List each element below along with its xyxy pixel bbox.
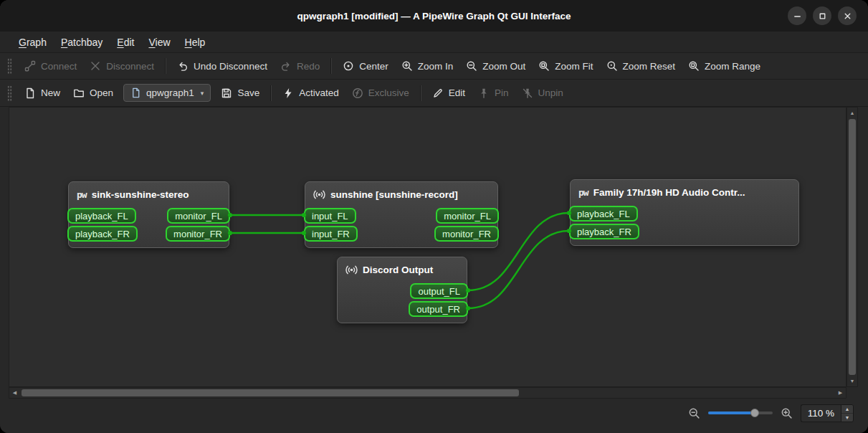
toolbar-separator	[420, 85, 421, 101]
node-title-text: sunshine [sunshine-record]	[330, 189, 458, 200]
pipewire-icon: pw	[578, 187, 588, 198]
zoom-slider[interactable]	[708, 406, 773, 419]
zoom-out-button[interactable]: Zoom Out	[459, 57, 532, 75]
button-label: Redo	[297, 61, 320, 72]
pin-button: Pin	[472, 84, 515, 103]
toolbar-separator	[330, 58, 332, 74]
save-icon	[221, 87, 232, 99]
port-row: output_FL	[338, 283, 467, 299]
maximize-button[interactable]	[813, 6, 831, 25]
zoom-spin-buttons: ▲ ▼	[841, 404, 854, 422]
new-button[interactable]: New	[18, 84, 67, 103]
button-label: Unpin	[538, 87, 563, 98]
zoom-reset-button[interactable]: Zoom Reset	[600, 57, 682, 75]
graph-canvas[interactable]: pwsink-sunshine-stereoplayback_FLmonitor…	[9, 107, 846, 387]
port-input-fl[interactable]: input_FL	[304, 208, 356, 224]
toolbar-drag-handle[interactable]	[7, 58, 12, 74]
menu-patchbay[interactable]: Patchbay	[54, 32, 110, 52]
port-monitor-fl[interactable]: monitor_FL	[167, 208, 230, 224]
port-row: input_FRmonitor_FR	[305, 226, 497, 242]
close-button[interactable]	[838, 6, 857, 25]
menu-view[interactable]: View	[141, 32, 177, 52]
zoom-in-icon[interactable]	[781, 407, 793, 419]
button-label: Connect	[41, 61, 77, 72]
edit-button[interactable]: Edit	[426, 84, 472, 103]
app-window: qpwgraph1 [modified] — A PipeWire Graph …	[0, 0, 868, 433]
node-title: pwsink-sunshine-stereo	[69, 182, 229, 206]
save-button[interactable]: Save	[214, 84, 266, 103]
node-sunshine-sunshine-record[interactable]: sunshine [sunshine-record]input_FLmonito…	[305, 181, 498, 248]
port-row: output_FR	[338, 301, 467, 317]
node-sink-sunshine-stereo[interactable]: pwsink-sunshine-stereoplayback_FLmonitor…	[68, 181, 229, 248]
toolbar-separator	[165, 58, 166, 74]
node-discord-output[interactable]: Discord Outputoutput_FLoutput_FR	[337, 257, 467, 323]
zoom-fit-icon	[538, 60, 550, 72]
horizontal-scrollbar[interactable]: ◀ ▶	[9, 387, 846, 399]
port-output-fl[interactable]: output_FL	[410, 283, 468, 299]
minimize-button[interactable]	[788, 6, 806, 25]
zoom-in-icon	[401, 60, 413, 72]
port-playback-fr[interactable]: playback_FR	[569, 224, 639, 239]
open-button[interactable]: Open	[67, 84, 120, 103]
zoom-slider-handle[interactable]	[750, 409, 759, 417]
port-playback-fl[interactable]: playback_FL	[569, 206, 638, 222]
open-icon	[73, 87, 85, 99]
port-playback-fl[interactable]: playback_FL	[67, 208, 136, 224]
button-label: Disconnect	[106, 61, 154, 72]
zoom-spinbox: 110 % ▲ ▼	[801, 404, 854, 422]
node-title: sunshine [sunshine-record]	[305, 182, 497, 206]
stream-icon	[345, 264, 358, 276]
button-label: Zoom Out	[482, 61, 525, 72]
port-monitor-fr[interactable]: monitor_FR	[166, 226, 230, 242]
titlebar[interactable]: qpwgraph1 [modified] — A PipeWire Graph …	[0, 0, 868, 32]
menu-edit[interactable]: Edit	[110, 32, 141, 52]
menu-help[interactable]: Help	[178, 32, 213, 52]
undo-disconnect-button[interactable]: Undo Disconnect	[171, 57, 274, 75]
button-label: Undo Disconnect	[194, 61, 267, 72]
patchbay-profile-combo[interactable]: qpwgraph1▾	[123, 84, 211, 102]
vertical-scrollbar[interactable]: ▲ ▼	[846, 107, 858, 387]
button-label: Save	[237, 87, 259, 98]
spin-down-arrow-icon[interactable]: ▼	[841, 413, 853, 422]
stream-icon	[345, 264, 358, 276]
scroll-right-arrow-icon[interactable]: ▶	[835, 388, 846, 398]
port-input-fr[interactable]: input_FR	[304, 226, 358, 242]
vertical-scrollbar-handle[interactable]	[849, 119, 856, 375]
zoom-range-button[interactable]: Zoom Range	[682, 57, 767, 75]
button-label: Exclusive	[368, 87, 409, 98]
zoom-value[interactable]: 110 %	[801, 404, 841, 422]
spin-up-arrow-icon[interactable]: ▲	[841, 405, 853, 413]
center-icon	[343, 60, 354, 72]
port-row: playback_FLmonitor_FL	[69, 208, 229, 224]
toolbar-drag-handle[interactable]	[7, 85, 12, 101]
port-monitor-fl[interactable]: monitor_FL	[436, 208, 499, 224]
pipewire-icon: pw	[77, 189, 87, 200]
center-button[interactable]: Center	[336, 57, 395, 75]
zoom-fit-button[interactable]: Zoom Fit	[532, 57, 599, 75]
scroll-left-arrow-icon[interactable]: ◀	[9, 388, 20, 398]
scroll-up-arrow-icon[interactable]: ▲	[847, 108, 857, 118]
button-label: Center	[359, 61, 388, 72]
scrollbar-corner	[846, 387, 858, 399]
port-output-fr[interactable]: output_FR	[409, 301, 468, 317]
zoom-in-button[interactable]: Zoom In	[395, 57, 460, 75]
button-label: Zoom In	[418, 61, 454, 72]
horizontal-scrollbar-handle[interactable]	[22, 389, 519, 396]
port-row: playback_FRmonitor_FR	[69, 226, 229, 242]
zoom-in-icon	[781, 407, 793, 419]
scroll-down-arrow-icon[interactable]: ▼	[847, 376, 857, 386]
node-family-17h-19h-hd-audio-contr[interactable]: pwFamily 17h/19h HD Audio Contr...playba…	[570, 179, 799, 246]
port-playback-fr[interactable]: playback_FR	[67, 226, 138, 242]
menu-graph[interactable]: Graph	[11, 32, 54, 52]
minimize-icon	[792, 11, 803, 22]
disconnect-icon	[90, 60, 101, 72]
patchbay-toolbar: NewOpenqpwgraph1▾SaveActivatedExclusiveE…	[0, 80, 868, 107]
port-row: input_FLmonitor_FL	[305, 208, 497, 224]
activated-button[interactable]: Activated	[276, 84, 345, 103]
button-label: Activated	[299, 87, 339, 98]
connect-icon	[24, 60, 36, 72]
toolbar-separator	[270, 85, 272, 101]
zoom-out-icon[interactable]	[688, 407, 700, 419]
port-monitor-fr[interactable]: monitor_FR	[434, 226, 499, 242]
button-label: Zoom Fit	[555, 61, 593, 72]
